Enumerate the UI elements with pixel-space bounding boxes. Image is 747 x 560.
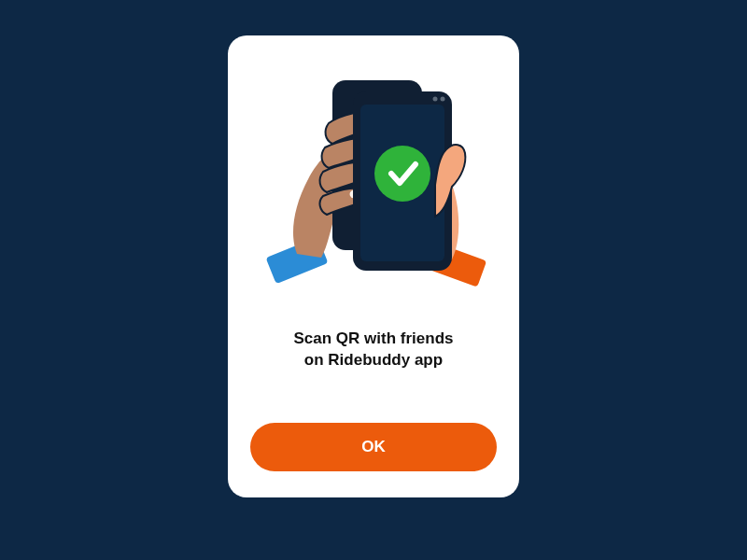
success-circle bbox=[374, 146, 430, 202]
hands-phones-illustration bbox=[252, 67, 495, 291]
ok-button[interactable]: OK bbox=[250, 423, 497, 471]
modal-message: Scan QR with friends on Ridebuddy app bbox=[294, 329, 454, 371]
scan-qr-modal: Scan QR with friends on Ridebuddy app OK bbox=[228, 35, 519, 497]
right-hand-group bbox=[353, 91, 486, 287]
svg-point-9 bbox=[433, 97, 438, 102]
svg-point-10 bbox=[441, 97, 445, 102]
